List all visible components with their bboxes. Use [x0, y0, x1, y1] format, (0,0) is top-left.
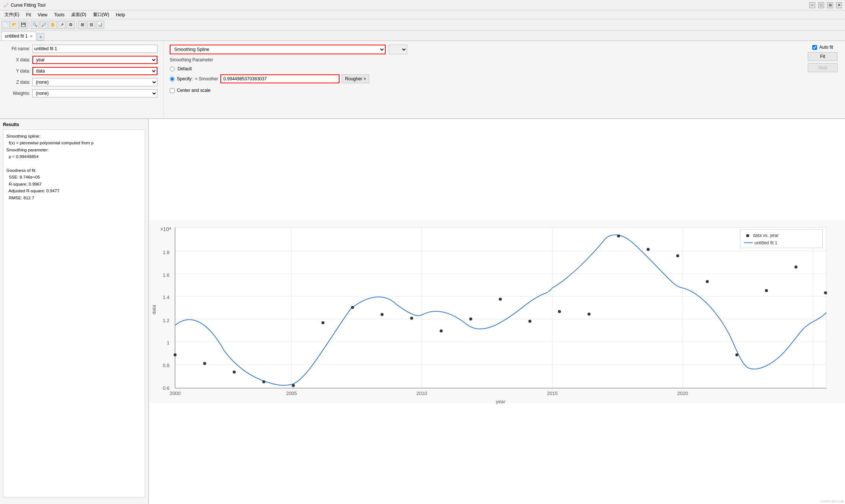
data-point-2000 — [173, 353, 176, 356]
fit-name-label: Fit name: — [6, 46, 30, 51]
data-point-2003 — [262, 380, 265, 383]
x-data-row: X data: year — [6, 56, 157, 64]
toolbar-zoom-out[interactable]: 🔎 — [40, 21, 48, 29]
smoother-value-input[interactable] — [220, 74, 339, 83]
auto-fit-checkbox[interactable] — [812, 45, 817, 50]
data-point-2010 — [469, 318, 472, 321]
data-point-2019 — [735, 353, 738, 356]
titlebar: 📈 Curve Fitting Tool ─ □ ⧉ ✕ — [0, 0, 845, 10]
tab-untitled-fit-1[interactable]: untitled fit 1 ✕ — [1, 32, 36, 41]
minimize-button[interactable]: ─ — [809, 2, 815, 8]
maximize-button[interactable]: □ — [818, 2, 824, 8]
fit-button[interactable]: Fit — [808, 52, 838, 61]
legend-dot-icon — [746, 234, 749, 237]
menu-tools[interactable]: Tools — [51, 12, 67, 18]
data-point-2011 — [499, 298, 502, 301]
results-adj-rsquare: Adjusted R-square: 0.9477 — [6, 187, 142, 194]
toolbar-sep1 — [29, 21, 29, 29]
toolbar-pan[interactable]: ✋ — [49, 21, 57, 29]
menu-view[interactable]: View — [35, 12, 50, 18]
data-point-2015 — [617, 234, 620, 237]
x-tick-2020: 2020 — [677, 391, 688, 396]
data-point-2022 — [824, 291, 827, 294]
x-data-select[interactable]: year — [32, 56, 157, 64]
menubar: 文件(E) Fit View Tools 桌面(D) 窗口(W) Help — [0, 10, 845, 19]
toolbar-new[interactable]: 📄 — [1, 21, 10, 29]
toolbar-cursor[interactable]: ↗ — [58, 21, 66, 29]
menu-desktop[interactable]: 桌面(D) — [68, 11, 89, 19]
tab-add-button[interactable]: + — [37, 33, 44, 41]
data-point-2007 — [380, 313, 383, 316]
z-data-select[interactable]: (none) — [32, 78, 157, 86]
weights-select[interactable]: (none) — [32, 89, 157, 97]
toolbar-zoom-in[interactable]: 🔍 — [31, 21, 39, 29]
x-tick-2010: 2010 — [416, 391, 427, 396]
center-scale-label[interactable]: Center and scale — [177, 88, 211, 93]
y-data-select[interactable]: data — [32, 67, 157, 75]
results-line-4: p = 0.99449854 — [6, 153, 142, 160]
data-point-2018 — [706, 280, 709, 283]
toolbar-table[interactable]: ⊟ — [87, 21, 95, 29]
results-spacer — [6, 160, 142, 167]
radio-specify-label[interactable]: Specify: — [177, 76, 193, 81]
results-line-1: Smoothing spline: — [6, 133, 142, 139]
fit-type-secondary[interactable] — [389, 45, 407, 54]
data-point-2020 — [765, 289, 768, 292]
menu-fit[interactable]: Fit — [23, 12, 34, 18]
data-point-2012 — [528, 320, 531, 323]
chart-panel: ×10⁴ — [149, 119, 845, 504]
data-point-2009 — [440, 330, 443, 333]
tab-label: untitled fit 1 — [5, 33, 28, 39]
close-button[interactable]: ✕ — [836, 2, 842, 8]
menu-window[interactable]: 窗口(W) — [90, 11, 112, 19]
radio-default[interactable] — [170, 67, 175, 71]
weights-row: Weights: (none) — [6, 89, 157, 97]
legend-data-label: data vs. year — [753, 233, 779, 238]
app-icon: 📈 — [3, 3, 9, 8]
menu-help[interactable]: Help — [113, 12, 128, 18]
fit-name-input[interactable] — [32, 45, 157, 53]
toolbar-data[interactable]: ⚙ — [67, 21, 75, 29]
x-tick-2000: 2000 — [170, 391, 181, 396]
rougher-button[interactable]: Rougher > — [342, 74, 369, 83]
left-config: Fit name: X data: year Y data: data Z da… — [0, 41, 164, 118]
far-right-buttons: Auto fit Fit Stop — [800, 41, 845, 118]
results-rsquare: R-square: 0.9967 — [6, 181, 142, 187]
top-panel: Fit name: X data: year Y data: data Z da… — [0, 41, 845, 119]
restore-button[interactable]: ⧉ — [827, 2, 833, 8]
smoothing-param-label: Smoothing Parameter — [170, 57, 794, 62]
results-content: Smoothing spline: f(x) = piecewise polyn… — [3, 129, 145, 497]
fit-type-select[interactable]: Smoothing Spline — [170, 45, 386, 54]
titlebar-left: 📈 Curve Fitting Tool — [3, 3, 45, 8]
data-point-2002 — [233, 370, 236, 373]
data-point-2004 — [292, 384, 295, 387]
weights-label: Weights: — [6, 91, 30, 96]
middle-panel: Results Smoothing spline: f(x) = piecewi… — [0, 119, 845, 504]
tab-close-button[interactable]: ✕ — [30, 34, 33, 38]
y-tick-08: 0.8 — [163, 363, 169, 368]
z-data-label: Z data: — [6, 80, 30, 85]
auto-fit-label[interactable]: Auto fit — [819, 45, 833, 50]
results-line-2: f(x) = piecewise polynomial computed fro… — [6, 139, 142, 146]
center-scale-checkbox[interactable] — [170, 88, 175, 93]
legend-box — [740, 229, 822, 248]
toolbar-stats[interactable]: 📊 — [96, 21, 104, 29]
x-tick-2015: 2015 — [547, 391, 558, 396]
toolbar-open[interactable]: 📂 — [10, 21, 19, 29]
data-point-2005 — [321, 321, 324, 324]
chart-svg: ×10⁴ — [149, 119, 845, 504]
app-title: Curve Fitting Tool — [11, 3, 45, 8]
menu-file[interactable]: 文件(E) — [1, 11, 22, 19]
radio-default-label[interactable]: Default — [178, 66, 192, 71]
data-point-2021 — [794, 266, 797, 269]
right-config: Smoothing Spline Smoothing Parameter Def… — [164, 41, 800, 118]
toolbar-save[interactable]: 💾 — [19, 21, 28, 29]
toolbar-grid[interactable]: ⊞ — [78, 21, 86, 29]
y-tick-10: 1 — [167, 340, 169, 346]
toolbar-sep2 — [76, 21, 77, 29]
tabbar: untitled fit 1 ✕ + — [0, 31, 845, 41]
stop-button[interactable]: Stop — [808, 63, 838, 72]
y-tick-16: 1.6 — [163, 272, 169, 278]
radio-specify[interactable] — [170, 77, 175, 81]
toolbar: 📄 📂 💾 🔍 🔎 ✋ ↗ ⚙ ⊞ ⊟ 📊 — [0, 19, 845, 31]
